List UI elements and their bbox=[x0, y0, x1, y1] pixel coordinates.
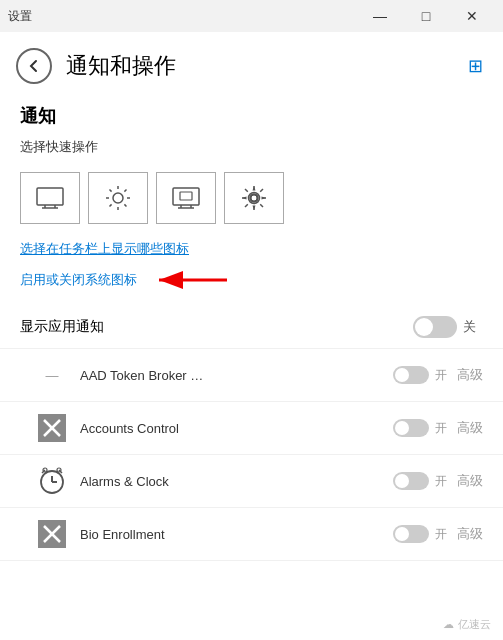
quick-action-sun[interactable] bbox=[88, 172, 148, 224]
watermark-text: 亿速云 bbox=[458, 617, 491, 632]
quick-actions-container bbox=[0, 164, 503, 236]
svg-line-26 bbox=[260, 204, 263, 207]
app-row-accounts: Accounts Control 开 高级 bbox=[0, 402, 503, 455]
back-icon bbox=[26, 58, 42, 74]
accounts-toggle-thumb bbox=[395, 421, 409, 435]
bio-toggle-thumb bbox=[395, 527, 409, 541]
aad-advanced-link[interactable]: 高级 bbox=[457, 366, 483, 384]
quick-action-monitor[interactable] bbox=[20, 172, 80, 224]
monitor-icon bbox=[36, 187, 64, 209]
system-icons-link[interactable]: 启用或关闭系统图标 bbox=[20, 269, 137, 291]
minimize-button[interactable]: — bbox=[357, 0, 403, 32]
accounts-toggle[interactable] bbox=[393, 419, 429, 437]
screen-cast-icon bbox=[172, 187, 200, 209]
link1-container: 选择在任务栏上显示哪些图标 bbox=[0, 236, 503, 260]
red-arrow-icon bbox=[149, 262, 229, 298]
accounts-app-icon bbox=[36, 412, 68, 444]
svg-line-27 bbox=[260, 189, 263, 192]
gear-icon bbox=[241, 185, 267, 211]
aad-app-icon: — bbox=[36, 359, 68, 391]
alarms-toggle-status: 开 bbox=[435, 473, 451, 490]
svg-point-29 bbox=[251, 195, 258, 202]
svg-rect-0 bbox=[37, 188, 63, 205]
bio-advanced-link[interactable]: 高级 bbox=[457, 525, 483, 543]
bio-toggle[interactable] bbox=[393, 525, 429, 543]
aad-app-name: AAD Token Broker Plu... bbox=[80, 368, 210, 383]
back-button[interactable] bbox=[16, 48, 52, 84]
quick-action-screen[interactable] bbox=[156, 172, 216, 224]
page-header: 通知和操作 ⊞ bbox=[0, 32, 503, 92]
bio-toggle-status: 开 bbox=[435, 526, 451, 543]
bio-app-controls: 开 高级 bbox=[393, 525, 483, 543]
svg-line-12 bbox=[110, 204, 112, 206]
bio-app-icon bbox=[36, 518, 68, 550]
maximize-button[interactable]: □ bbox=[403, 0, 449, 32]
titlebar: 设置 — □ ✕ bbox=[0, 0, 503, 32]
svg-line-9 bbox=[110, 190, 112, 192]
alarms-app-name: Alarms & Clock bbox=[80, 474, 210, 489]
alarms-advanced-link[interactable]: 高级 bbox=[457, 472, 483, 490]
toggle-thumb bbox=[415, 318, 433, 336]
watermark: ☁ 亿速云 bbox=[443, 617, 491, 632]
main-panel: 通知和操作 ⊞ 通知 选择快速操作 bbox=[0, 32, 503, 640]
show-app-notifications-toggle[interactable] bbox=[413, 316, 457, 338]
svg-line-11 bbox=[124, 190, 126, 192]
aad-app-controls: 开 高级 bbox=[393, 366, 483, 384]
pin-icon: ⊞ bbox=[468, 55, 483, 77]
app-row-alarms: Alarms & Clock 开 高级 bbox=[0, 455, 503, 508]
bio-icon bbox=[38, 520, 66, 548]
watermark-logo: ☁ bbox=[443, 618, 454, 631]
show-app-notifications-label: 显示应用通知 bbox=[20, 318, 104, 336]
aad-toggle[interactable] bbox=[393, 366, 429, 384]
accounts-app-controls: 开 高级 bbox=[393, 419, 483, 437]
alarms-toggle[interactable] bbox=[393, 472, 429, 490]
section-label-notification: 通知 bbox=[0, 92, 503, 134]
content-area: 通知和操作 ⊞ 通知 选择快速操作 bbox=[0, 32, 503, 640]
taskbar-icons-link[interactable]: 选择在任务栏上显示哪些图标 bbox=[20, 238, 483, 260]
link2-container: 启用或关闭系统图标 bbox=[0, 260, 503, 306]
svg-line-28 bbox=[245, 204, 248, 207]
page-title: 通知和操作 bbox=[66, 51, 176, 81]
close-button[interactable]: ✕ bbox=[449, 0, 495, 32]
app-row-aad: — AAD Token Broker Plu... 开 高级 bbox=[0, 349, 503, 402]
red-arrow-indicator bbox=[149, 262, 229, 298]
accounts-icon bbox=[38, 414, 66, 442]
titlebar-title: 设置 bbox=[8, 8, 32, 25]
svg-line-25 bbox=[245, 189, 248, 192]
svg-point-4 bbox=[113, 193, 123, 203]
clock-icon bbox=[38, 467, 66, 495]
aad-toggle-thumb bbox=[395, 368, 409, 382]
toggle-right: 关 bbox=[413, 316, 483, 338]
titlebar-controls: — □ ✕ bbox=[357, 0, 495, 32]
toggle-status: 关 bbox=[463, 318, 483, 336]
svg-line-10 bbox=[124, 204, 126, 206]
alarms-toggle-thumb bbox=[395, 474, 409, 488]
sun-icon bbox=[105, 185, 131, 211]
alarms-app-controls: 开 高级 bbox=[393, 472, 483, 490]
quick-action-label: 选择快速操作 bbox=[0, 134, 503, 164]
app-row-bio: Bio Enrollment 开 高级 bbox=[0, 508, 503, 561]
svg-rect-13 bbox=[173, 188, 199, 205]
accounts-advanced-link[interactable]: 高级 bbox=[457, 419, 483, 437]
bio-app-name: Bio Enrollment bbox=[80, 527, 210, 542]
accounts-app-name: Accounts Control bbox=[80, 421, 210, 436]
accounts-toggle-status: 开 bbox=[435, 420, 451, 437]
svg-rect-17 bbox=[180, 192, 192, 200]
quick-action-settings[interactable] bbox=[224, 172, 284, 224]
alarms-app-icon bbox=[36, 465, 68, 497]
show-app-notifications-row: 显示应用通知 关 bbox=[0, 306, 503, 349]
aad-toggle-status: 开 bbox=[435, 367, 451, 384]
